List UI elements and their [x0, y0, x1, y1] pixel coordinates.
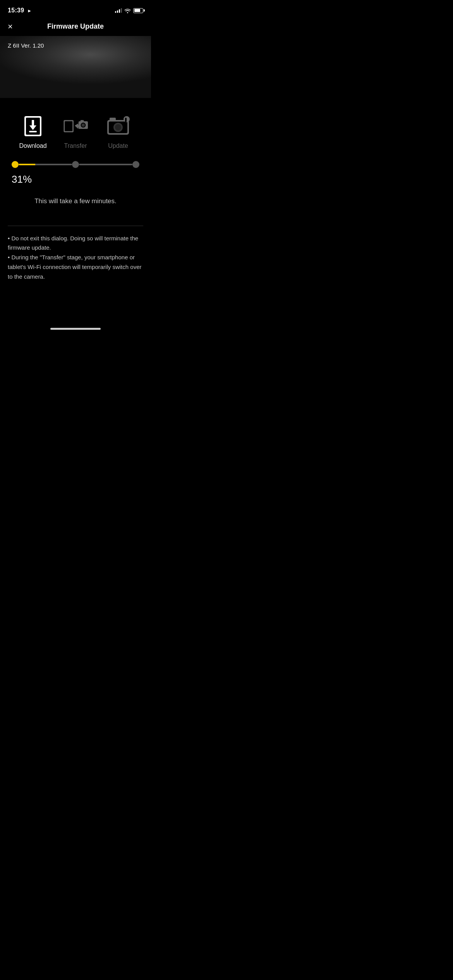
status-time: 15:39 ► — [8, 7, 32, 14]
nav-bar: × Firmware Update — [0, 19, 151, 36]
svg-rect-18 — [125, 118, 127, 122]
svg-point-16 — [115, 124, 121, 130]
svg-rect-6 — [65, 121, 72, 131]
divider — [8, 226, 143, 226]
progress-track-2 — [79, 164, 132, 165]
signal-bar-1 — [115, 11, 116, 13]
status-bar: 15:39 ► — [0, 0, 151, 19]
progress-track-container — [8, 161, 143, 168]
signal-bar-3 — [119, 9, 120, 13]
progress-message: This will take a few minutes. — [8, 196, 143, 206]
download-icon — [19, 113, 46, 139]
signal-bar-4 — [121, 8, 122, 13]
camera-hero: Z 6II Ver. 1.20 — [0, 36, 151, 98]
close-button[interactable]: × — [8, 22, 13, 32]
svg-rect-4 — [29, 131, 37, 132]
svg-rect-11 — [81, 120, 84, 122]
step-download: Download — [12, 113, 54, 149]
progress-dot-3 — [132, 161, 139, 168]
wifi-icon — [124, 8, 131, 13]
signal-bar-2 — [117, 10, 118, 13]
battery-fill — [134, 9, 141, 12]
signal-bars-icon — [115, 8, 122, 13]
step-update-label: Update — [108, 142, 128, 149]
transfer-icon — [62, 113, 89, 139]
version-text: Z 6II Ver. 1.20 — [8, 42, 44, 49]
update-icon — [105, 113, 132, 139]
page-title: Firmware Update — [47, 22, 104, 31]
progress-percent: 31% — [8, 173, 143, 185]
notes-text: • Do not exit this dialog. Doing so will… — [8, 234, 143, 282]
step-transfer: Transfer — [54, 113, 97, 149]
progress-dot-1 — [12, 161, 19, 168]
step-download-label: Download — [19, 142, 46, 149]
step-transfer-label: Transfer — [64, 142, 87, 149]
status-icons — [115, 8, 143, 13]
step-update: Update — [97, 113, 139, 149]
battery-icon — [133, 8, 143, 13]
progress-track-1 — [19, 164, 72, 165]
svg-point-10 — [82, 123, 85, 127]
home-indicator — [0, 320, 151, 334]
svg-rect-14 — [110, 118, 116, 121]
main-content: Download Transfer — [0, 98, 151, 289]
home-bar — [50, 328, 101, 330]
progress-dot-2 — [72, 161, 79, 168]
steps-row: Download Transfer — [8, 113, 143, 149]
